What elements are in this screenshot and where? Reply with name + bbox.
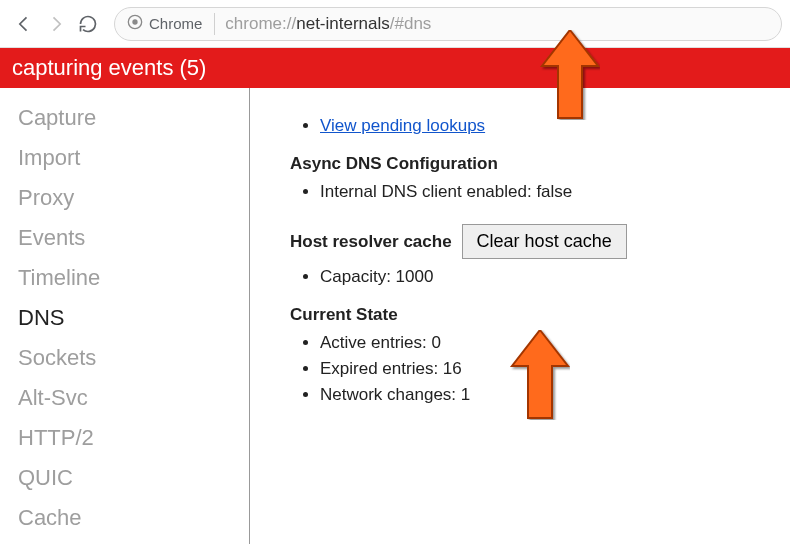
state-item: Active entries: 0 [320,333,770,353]
state-item: Network changes: 1 [320,385,770,405]
sidebar-item-quic[interactable]: QUIC [0,458,249,498]
capturing-banner: capturing events (5) [0,48,790,88]
address-bar[interactable]: Chrome chrome://net-internals/#dns [114,7,782,41]
browser-toolbar: Chrome chrome://net-internals/#dns [0,0,790,48]
reload-button[interactable] [72,8,104,40]
forward-button[interactable] [40,8,72,40]
chrome-icon [127,14,143,34]
content-panel: View pending lookups Async DNS Configura… [250,88,790,544]
url-host: net-internals [296,14,390,33]
clear-host-cache-button[interactable]: Clear host cache [462,224,627,259]
sidebar-item-capture[interactable]: Capture [0,98,249,138]
svg-point-1 [132,19,137,24]
sidebar-item-events[interactable]: Events [0,218,249,258]
sidebar: CaptureImportProxyEventsTimelineDNSSocke… [0,88,250,544]
origin-chip: Chrome [127,13,215,35]
url-scheme: chrome:// [225,14,296,33]
origin-chip-label: Chrome [149,15,202,32]
state-item: Expired entries: 16 [320,359,770,379]
sidebar-item-http-2[interactable]: HTTP/2 [0,418,249,458]
host-resolver-heading: Host resolver cache [290,232,452,252]
sidebar-item-sockets[interactable]: Sockets [0,338,249,378]
sidebar-item-import[interactable]: Import [0,138,249,178]
current-state-heading: Current State [290,305,770,325]
sidebar-item-proxy[interactable]: Proxy [0,178,249,218]
view-pending-lookups-link[interactable]: View pending lookups [320,116,485,135]
sidebar-item-alt-svc[interactable]: Alt-Svc [0,378,249,418]
internal-dns-status: Internal DNS client enabled: false [320,182,770,202]
capturing-banner-text: capturing events (5) [12,55,206,81]
url-text: chrome://net-internals/#dns [225,14,431,34]
sidebar-item-timeline[interactable]: Timeline [0,258,249,298]
back-button[interactable] [8,8,40,40]
sidebar-item-cache[interactable]: Cache [0,498,249,538]
async-dns-heading: Async DNS Configuration [290,154,770,174]
main-area: CaptureImportProxyEventsTimelineDNSSocke… [0,88,790,544]
sidebar-item-dns[interactable]: DNS [0,298,249,338]
capacity-value: Capacity: 1000 [320,267,770,287]
url-path: /#dns [390,14,432,33]
